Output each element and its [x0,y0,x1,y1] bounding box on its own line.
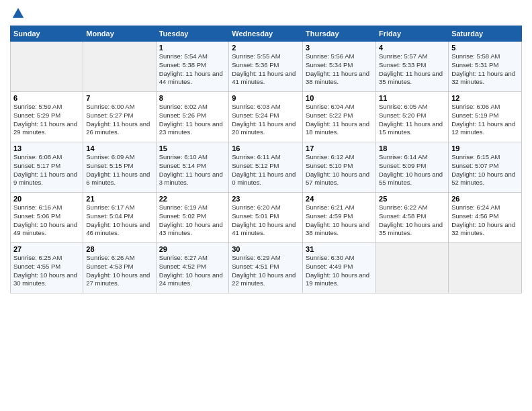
day-cell: 30Sunrise: 6:29 AM Sunset: 4:51 PM Dayli… [229,243,303,293]
day-number: 1 [159,44,226,52]
day-detail: Sunrise: 6:03 AM Sunset: 5:24 PM Dayligh… [232,103,300,137]
week-row-3: 20Sunrise: 6:16 AM Sunset: 5:06 PM Dayli… [11,193,522,243]
day-cell: 4Sunrise: 5:57 AM Sunset: 5:33 PM Daylig… [376,42,449,92]
day-number: 21 [86,195,152,203]
day-number: 9 [232,94,300,102]
day-detail: Sunrise: 6:22 AM Sunset: 4:58 PM Dayligh… [379,203,445,238]
day-cell: 31Sunrise: 6:30 AM Sunset: 4:49 PM Dayli… [303,243,376,293]
day-detail: Sunrise: 6:11 AM Sunset: 5:12 PM Dayligh… [232,153,300,187]
day-cell: 17Sunrise: 6:12 AM Sunset: 5:10 PM Dayli… [303,142,376,193]
day-detail: Sunrise: 5:59 AM Sunset: 5:29 PM Dayligh… [13,103,80,137]
day-detail: Sunrise: 6:08 AM Sunset: 5:17 PM Dayligh… [13,153,80,187]
day-cell: 8Sunrise: 6:02 AM Sunset: 5:26 PM Daylig… [156,92,229,142]
day-number: 23 [232,195,300,203]
header-friday: Friday [376,26,449,42]
header-thursday: Thursday [303,26,376,42]
day-cell: 12Sunrise: 6:06 AM Sunset: 5:19 PM Dayli… [449,92,522,142]
day-detail: Sunrise: 6:25 AM Sunset: 4:55 PM Dayligh… [13,254,80,288]
day-number: 8 [159,94,226,102]
day-number: 2 [232,44,300,52]
day-number: 17 [306,144,373,152]
day-detail: Sunrise: 6:10 AM Sunset: 5:14 PM Dayligh… [159,153,226,187]
logo [10,7,25,20]
day-cell: 2Sunrise: 5:55 AM Sunset: 5:36 PM Daylig… [229,42,303,92]
day-cell: 20Sunrise: 6:16 AM Sunset: 5:06 PM Dayli… [11,193,83,243]
day-cell: 16Sunrise: 6:11 AM Sunset: 5:12 PM Dayli… [229,142,303,193]
day-detail: Sunrise: 6:29 AM Sunset: 4:51 PM Dayligh… [232,254,300,288]
day-detail: Sunrise: 6:16 AM Sunset: 5:06 PM Dayligh… [13,203,80,238]
header [10,7,522,20]
day-cell: 9Sunrise: 6:03 AM Sunset: 5:24 PM Daylig… [229,92,303,142]
day-number: 18 [379,144,445,152]
day-cell: 10Sunrise: 6:04 AM Sunset: 5:22 PM Dayli… [303,92,376,142]
day-detail: Sunrise: 6:05 AM Sunset: 5:20 PM Dayligh… [379,103,445,137]
day-cell: 18Sunrise: 6:14 AM Sunset: 5:09 PM Dayli… [376,142,449,193]
day-number: 12 [451,94,519,102]
day-detail: Sunrise: 6:12 AM Sunset: 5:10 PM Dayligh… [306,153,373,187]
day-number: 10 [306,94,373,102]
day-detail: Sunrise: 6:04 AM Sunset: 5:22 PM Dayligh… [306,103,373,137]
day-cell: 15Sunrise: 6:10 AM Sunset: 5:14 PM Dayli… [156,142,229,193]
day-number: 25 [379,195,445,203]
day-cell: 1Sunrise: 5:54 AM Sunset: 5:38 PM Daylig… [156,42,229,92]
week-row-2: 13Sunrise: 6:08 AM Sunset: 5:17 PM Dayli… [11,142,522,193]
day-detail: Sunrise: 6:27 AM Sunset: 4:52 PM Dayligh… [159,254,226,288]
day-detail: Sunrise: 6:17 AM Sunset: 5:04 PM Dayligh… [86,203,152,238]
day-number: 22 [159,195,226,203]
day-number: 14 [86,144,152,152]
header-wednesday: Wednesday [229,26,303,42]
day-cell: 29Sunrise: 6:27 AM Sunset: 4:52 PM Dayli… [156,243,229,293]
day-detail: Sunrise: 5:58 AM Sunset: 5:31 PM Dayligh… [451,52,519,87]
day-detail: Sunrise: 6:15 AM Sunset: 5:07 PM Dayligh… [451,153,519,187]
day-cell [83,42,156,92]
day-detail: Sunrise: 5:55 AM Sunset: 5:36 PM Dayligh… [232,52,300,87]
day-number: 11 [379,94,445,102]
calendar-header-row: SundayMondayTuesdayWednesdayThursdayFrid… [11,26,522,42]
day-cell: 21Sunrise: 6:17 AM Sunset: 5:04 PM Dayli… [83,193,156,243]
day-number: 3 [306,44,373,52]
day-cell [376,243,449,293]
day-cell: 11Sunrise: 6:05 AM Sunset: 5:20 PM Dayli… [376,92,449,142]
day-detail: Sunrise: 6:26 AM Sunset: 4:53 PM Dayligh… [86,254,152,288]
page-container: SundayMondayTuesdayWednesdayThursdayFrid… [0,0,532,300]
day-cell: 19Sunrise: 6:15 AM Sunset: 5:07 PM Dayli… [449,142,522,193]
logo-icon [11,7,25,20]
day-cell: 14Sunrise: 6:09 AM Sunset: 5:15 PM Dayli… [83,142,156,193]
day-number: 15 [159,144,226,152]
day-cell [11,42,83,92]
day-detail: Sunrise: 6:30 AM Sunset: 4:49 PM Dayligh… [306,254,373,288]
day-detail: Sunrise: 5:57 AM Sunset: 5:33 PM Dayligh… [379,52,445,87]
day-cell: 13Sunrise: 6:08 AM Sunset: 5:17 PM Dayli… [11,142,83,193]
day-detail: Sunrise: 6:24 AM Sunset: 4:56 PM Dayligh… [451,203,519,238]
day-number: 19 [451,144,519,152]
day-number: 27 [13,245,80,253]
day-cell: 7Sunrise: 6:00 AM Sunset: 5:27 PM Daylig… [83,92,156,142]
svg-marker-0 [13,8,24,18]
day-cell: 3Sunrise: 5:56 AM Sunset: 5:34 PM Daylig… [303,42,376,92]
day-detail: Sunrise: 5:54 AM Sunset: 5:38 PM Dayligh… [159,52,226,87]
day-cell: 6Sunrise: 5:59 AM Sunset: 5:29 PM Daylig… [11,92,83,142]
day-cell: 23Sunrise: 6:20 AM Sunset: 5:01 PM Dayli… [229,193,303,243]
header-monday: Monday [83,26,156,42]
day-detail: Sunrise: 6:14 AM Sunset: 5:09 PM Dayligh… [379,153,445,187]
day-detail: Sunrise: 6:19 AM Sunset: 5:02 PM Dayligh… [159,203,226,238]
header-sunday: Sunday [11,26,83,42]
day-number: 20 [13,195,80,203]
week-row-1: 6Sunrise: 5:59 AM Sunset: 5:29 PM Daylig… [11,92,522,142]
day-cell: 5Sunrise: 5:58 AM Sunset: 5:31 PM Daylig… [449,42,522,92]
day-number: 30 [232,245,300,253]
day-detail: Sunrise: 6:06 AM Sunset: 5:19 PM Dayligh… [451,103,519,137]
day-number: 31 [306,245,373,253]
day-number: 29 [159,245,226,253]
day-number: 6 [13,94,80,102]
day-number: 5 [451,44,519,52]
day-cell [449,243,522,293]
day-number: 7 [86,94,152,102]
day-detail: Sunrise: 6:00 AM Sunset: 5:27 PM Dayligh… [86,103,152,137]
day-number: 24 [306,195,373,203]
day-cell: 22Sunrise: 6:19 AM Sunset: 5:02 PM Dayli… [156,193,229,243]
day-cell: 25Sunrise: 6:22 AM Sunset: 4:58 PM Dayli… [376,193,449,243]
calendar-table: SundayMondayTuesdayWednesdayThursdayFrid… [10,26,522,293]
day-cell: 24Sunrise: 6:21 AM Sunset: 4:59 PM Dayli… [303,193,376,243]
header-saturday: Saturday [449,26,522,42]
